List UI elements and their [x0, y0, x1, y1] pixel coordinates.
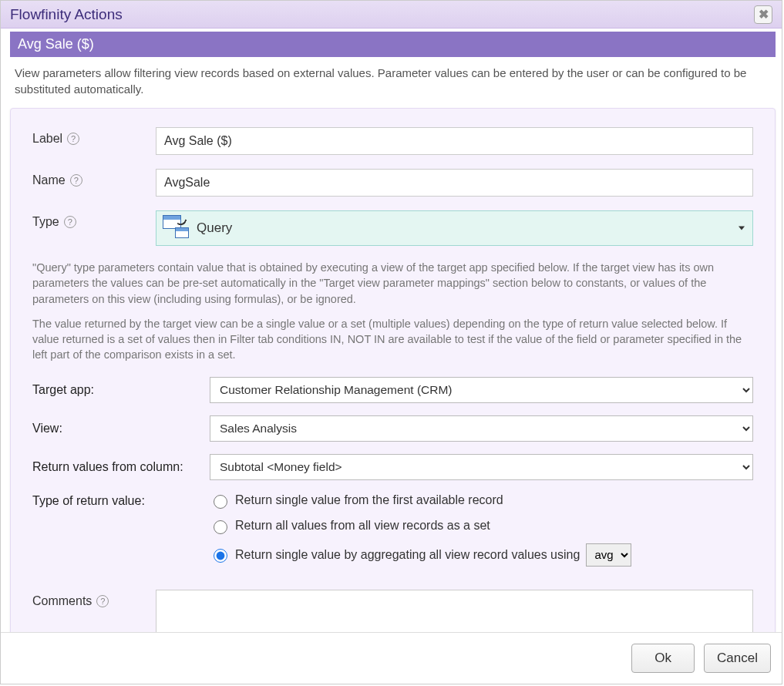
- row-target-app: Target app: Customer Relationship Manage…: [32, 377, 753, 403]
- help-icon[interactable]: ?: [70, 174, 82, 187]
- type-description-p2: The value returned by the target view ca…: [32, 316, 753, 363]
- return-type-opt-all-set[interactable]: Return all values from all view records …: [210, 518, 753, 534]
- return-col-label: Return values from column:: [32, 460, 210, 474]
- target-app-select[interactable]: Customer Relationship Management (CRM): [210, 377, 753, 403]
- type-label: Type ?: [32, 210, 156, 229]
- label-input[interactable]: [156, 127, 753, 155]
- return-type-opt-single-first[interactable]: Return single value from the first avail…: [210, 493, 753, 509]
- close-button[interactable]: ✖: [754, 5, 772, 24]
- comments-label-text: Comments: [32, 594, 92, 608]
- row-type: Type ? Query: [32, 210, 753, 246]
- help-icon[interactable]: ?: [64, 216, 76, 228]
- close-icon: ✖: [759, 7, 769, 22]
- radio-single-agg[interactable]: [214, 549, 227, 563]
- radio-single-agg-label: Return single value by aggregating all v…: [235, 548, 580, 562]
- flowfinity-actions-dialog: Flowfinity Actions ✖ Avg Sale ($) View p…: [0, 0, 782, 684]
- radio-single-first-label: Return single value from the first avail…: [235, 493, 503, 507]
- form-panel: Label ? Name ?: [10, 108, 776, 632]
- type-select[interactable]: Query: [156, 210, 753, 246]
- dialog-body-wrap: Avg Sale ($) View parameters allow filte…: [1, 29, 782, 632]
- radio-all-set[interactable]: [214, 520, 227, 534]
- type-label-text: Type: [32, 215, 59, 229]
- comments-label: Comments ?: [32, 590, 156, 608]
- section-title-bar: Avg Sale ($): [10, 32, 776, 57]
- help-icon[interactable]: ?: [67, 133, 79, 145]
- type-description-p1: "Query" type parameters contain value th…: [32, 260, 753, 307]
- name-label-text: Name: [32, 173, 66, 187]
- return-type-radio-list: Return single value from the first avail…: [210, 493, 753, 576]
- type-value: Query: [197, 220, 232, 236]
- view-select[interactable]: Sales Analysis: [210, 415, 753, 442]
- dialog-footer: Ok Cancel: [1, 632, 782, 684]
- return-col-select[interactable]: Subtotal <Money field>: [210, 454, 753, 480]
- row-name: Name ?: [32, 169, 753, 197]
- return-type-label: Type of return value:: [32, 493, 210, 508]
- agg-function-select[interactable]: avg: [586, 543, 631, 567]
- dialog-title: Flowfinity Actions: [10, 6, 123, 23]
- row-view: View: Sales Analysis: [32, 415, 753, 442]
- query-icon: [163, 215, 190, 241]
- view-label: View:: [32, 422, 210, 435]
- row-label: Label ?: [32, 127, 753, 155]
- return-type-opt-single-agg[interactable]: Return single value by aggregating all v…: [210, 543, 753, 567]
- radio-all-set-label: Return all values from all view records …: [235, 519, 490, 533]
- help-icon[interactable]: ?: [96, 595, 109, 607]
- label-label: Label ?: [32, 127, 156, 146]
- chevron-down-icon: [739, 227, 745, 230]
- intro-text: View parameters allow filtering view rec…: [10, 57, 776, 108]
- label-label-text: Label: [32, 132, 62, 146]
- name-input[interactable]: [156, 169, 753, 197]
- row-comments: Comments ?: [32, 590, 753, 632]
- dialog-header: Flowfinity Actions ✖: [1, 1, 782, 29]
- radio-single-first[interactable]: [214, 495, 227, 509]
- name-label: Name ?: [32, 169, 156, 187]
- dialog-body[interactable]: Avg Sale ($) View parameters allow filte…: [1, 29, 782, 632]
- comments-textarea[interactable]: [156, 590, 753, 632]
- target-app-label: Target app:: [32, 383, 210, 397]
- row-return-col: Return values from column: Subtotal <Mon…: [32, 454, 753, 480]
- cancel-button[interactable]: Cancel: [704, 644, 771, 673]
- row-return-type: Type of return value: Return single valu…: [32, 493, 753, 576]
- ok-button[interactable]: Ok: [631, 644, 695, 673]
- type-description: "Query" type parameters contain value th…: [32, 260, 753, 363]
